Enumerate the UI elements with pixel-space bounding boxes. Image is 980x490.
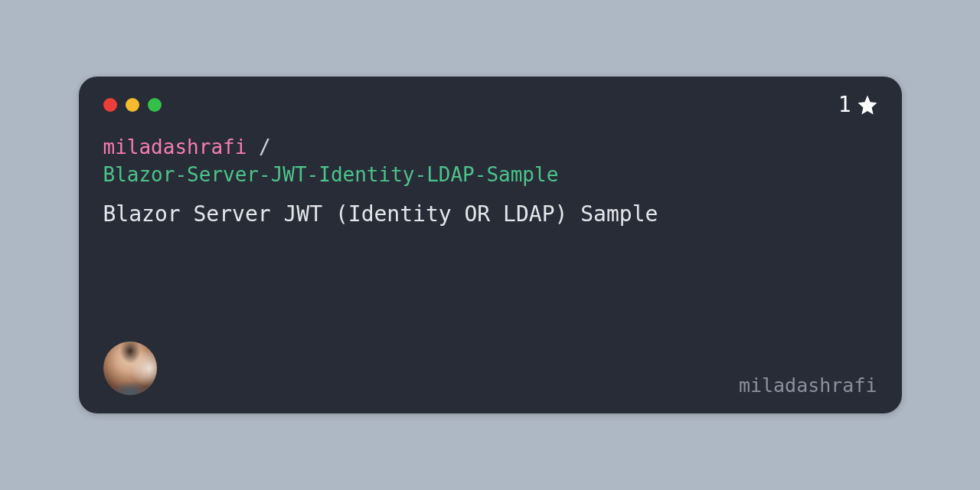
repo-owner: miladashrafi bbox=[103, 136, 247, 158]
repo-description: Blazor Server JWT (Identity OR LDAP) Sam… bbox=[103, 200, 877, 229]
minimize-dot-icon bbox=[126, 98, 139, 112]
star-count: 1 bbox=[838, 92, 851, 117]
star-count-container: 1 bbox=[838, 92, 879, 117]
repo-separator: / bbox=[247, 136, 270, 158]
username-label: miladashrafi bbox=[739, 374, 877, 397]
repo-card: 1 miladashrafi / Blazor-Server-JWT-Ident… bbox=[79, 77, 902, 413]
repo-name: Blazor-Server-JWT-Identity-LDAP-Sample bbox=[103, 163, 559, 186]
window-controls bbox=[103, 98, 877, 112]
repo-path: miladashrafi / Blazor-Server-JWT-Identit… bbox=[103, 133, 877, 189]
close-dot-icon bbox=[103, 98, 117, 112]
star-icon bbox=[856, 93, 879, 116]
maximize-dot-icon bbox=[148, 98, 162, 112]
avatar bbox=[103, 341, 157, 395]
